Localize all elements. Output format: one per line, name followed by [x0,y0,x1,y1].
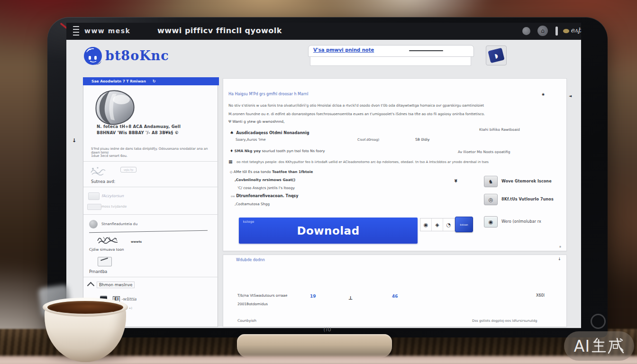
clock-icon[interactable]: ◔ [443,218,455,231]
versions-card: Wdubde dodnn ↓ T/b/na VtSwadutours orraa… [223,255,567,327]
versions-link[interactable]: Wdubde dodnn [236,258,265,262]
divider [83,214,218,215]
product-image [92,89,139,127]
feature-2-rest: souriud tooth pyn tsol foto Ns foory [261,149,325,153]
page-title: wwwi pifficv ffincll qyowolk [157,26,282,35]
site-label: www mesk [84,27,130,35]
footer-right: Dss gstlots dogptoj-oos ldfursirsunutdg [472,319,537,323]
home-icon[interactable]: ⌂ [537,26,548,36]
refresh-icon[interactable]: ↻ [153,79,156,83]
download-button[interactable]: kstogo Downolad [239,218,418,244]
pointer-icon: ◗ [488,48,504,63]
side-label-2: 8Kf.tUs VutlourIo 7unos [501,197,554,201]
faded-file-icon [88,192,100,200]
list-item-4: ,Codtamutosa Shgg [235,202,270,206]
faded-file-icon [87,204,101,210]
side-mark: ¥ [455,179,457,183]
badge-button-1[interactable]: ♞ [484,176,498,187]
underline [89,230,208,233]
browser-button-circle[interactable] [522,27,530,35]
feature-1-right: Ktahi bifiiko Rawtboaid [479,127,520,132]
sidebar-tab-label[interactable]: Sae Aeodwlatn 7 T Rmiwan [91,79,146,83]
site-logo-icon[interactable] [83,46,104,66]
site-logo-text[interactable]: bt8oKnc [105,48,169,63]
corner-mark: a [559,245,561,248]
search-area: V'sa pmwvi pnind note [308,45,474,66]
stat-name-1: T/b/na VtSwadutours orraae [237,293,287,298]
list-header-b: Toatfoe than 1fbtoie [272,170,313,174]
list-item-1: ,Covbnlinolty nrsimows Gaat() [235,178,295,182]
search-submit-button[interactable]: ◗ [486,46,507,65]
upload-icon[interactable]: ⊥ [348,295,353,300]
sidebar-tabbar[interactable]: Sae Aeodwlatn 7 T Rmiwan ↻ [83,77,219,85]
feature-1-sub: Soary,Auros 'lme [236,137,266,142]
faded-badge: ųŋįų ĩŋı [120,167,136,173]
coffee-surface [47,301,123,314]
chevron-up-icon[interactable] [87,282,95,290]
monitor-stand [237,334,392,358]
stat-value-2[interactable]: 46 [392,294,398,299]
gear-icon[interactable]: ◈ [432,218,443,231]
photo-edit-icon[interactable] [98,257,112,266]
search-divider-line [409,50,443,51]
badge-button-2[interactable]: ◎ [484,194,498,205]
grid-icon: ▦ [228,159,233,164]
product-desc-line2: 1due 3ecd senart 6ou. [91,154,210,158]
collapse-icon[interactable]: ◄ [569,94,572,98]
search-input[interactable] [310,57,471,66]
toolbar-divider [555,27,558,36]
divider [83,277,218,277]
feature-2-bold: SMA Nkg yoy [235,149,261,153]
stat-value-3: X60l [536,293,545,298]
warranty-icon: Ψ [228,119,231,124]
cursor-arrow-icon: ↓ [72,137,76,144]
list-item-3-prefix: ow [231,194,235,198]
web-page: bt8oKnc V'sa pmwvi pnind note ◗ ↓ Sae Ae… [66,40,581,328]
screen: www mesk wwwi pifficv ffincll qyowolk ⌂ … [66,23,581,329]
side-label-3: Wero (onlmolubar rx [501,219,541,224]
list-header-icon: ◇ [230,170,232,174]
captcha-caption: wwwts [131,240,142,243]
account-avatar [89,220,98,228]
eye-icon[interactable]: ◉ [420,218,432,231]
divider [83,161,218,162]
mini-download-button[interactable]: kstoan [455,217,473,232]
list-item-2: 'C/ coso Assgtcs jsntlis l's ltoogy [237,186,295,190]
watermark-text-prefix: AI [574,337,590,355]
search-box[interactable]: V'sa pmwvi pnind note [308,45,474,57]
feature-1-val: 5B 0ldiy [415,137,429,142]
options-icon[interactable]: ◉ [542,92,545,96]
list-item-3: Dtrunfonarefiveacoan. Tnqsy [236,194,298,198]
stat-name-2: 2001Botdomidus [237,302,268,306]
menu-icon[interactable] [73,26,79,36]
stat-value-1[interactable]: 19 [310,294,316,299]
card-heading-link[interactable]: Ha Haigsu M'Pd grs gmfhl droosar h Marnl [228,92,308,96]
dropdown-arrow-icon[interactable]: ↓ [558,257,561,261]
product-title-line2: B8HNAV 'Wis BBBAY '/- A8 3B¥k§ © [97,130,210,135]
power-button-ring [591,314,606,329]
preview-label: Prnantba [89,269,107,274]
faded-link-1[interactable]: fAczytorsun [101,194,124,198]
download-badge: kstogo [243,220,255,224]
account-label: Stnanfleadunteia du [101,222,137,226]
coffee-cup [40,297,131,364]
expander-label[interactable]: Bhmon mwslnve [97,282,135,288]
footer-left: Counbyioh [237,318,256,323]
paragraph-line2: M.oronen foundne ou e. di edfint ab dona… [228,112,485,116]
badge-2-icon: ◎ [489,197,493,203]
search-suggestion-link[interactable]: V'sa pmwvi pnind note [313,47,374,53]
feature-1: Ausdicadaqess Otdmi Nonadannig [236,131,309,135]
product-desc-line1: S'fnd piuau iedne de dans taba dinlpldfj… [91,147,210,155]
photo-scene: www mesk wwwi pifficv ffincll qyowolk ⌂ … [0,0,637,364]
account-signature[interactable]: eʌþ. [571,27,581,34]
side-label-1: Wove Gtemorek Iscone [501,179,552,183]
badge-3-icon: ◉ [489,219,493,225]
faded-link-2[interactable]: moss tvijdande [101,205,127,209]
list-header-a: AMe t0l Es osa tondo [234,170,272,174]
divider [83,187,218,187]
ai-watermark: AI [564,331,634,361]
bezel-brand-logo: (iU [47,327,608,332]
badge-button-3[interactable]: ◉ [484,216,498,228]
paragraph-line1: No stiv s'stisnis w uoa fonis tna olvatu… [228,103,484,108]
badge-1-icon: ♞ [489,179,493,185]
